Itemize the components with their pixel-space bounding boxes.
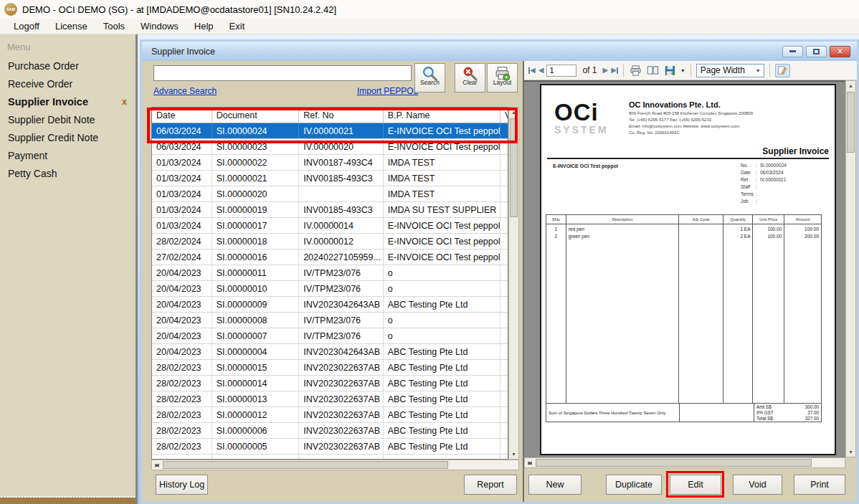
sidebar-item[interactable]: Purchase Order <box>0 57 136 75</box>
search-button[interactable]: Search <box>414 63 445 92</box>
restore-button[interactable] <box>806 46 827 57</box>
table-row[interactable]: 01/03/2024 SI.00000017 IV.00000014 E-INV… <box>152 218 508 234</box>
table-row[interactable]: 06/03/2024 SI.00000023 IV.00000020 E-INV… <box>152 139 508 155</box>
cell-document: SI.00000017 <box>212 218 300 233</box>
scroll-down-icon[interactable]: ▼ <box>509 450 518 459</box>
print-button[interactable]: Print <box>794 475 845 495</box>
next-page-button[interactable]: ▶ <box>602 67 608 74</box>
cell-extra <box>500 281 508 296</box>
sidebar-item[interactable]: Petty Cash <box>0 165 136 183</box>
table-row[interactable]: 01/03/2024 SI.00000019 INV00185-493C3 IM… <box>152 202 508 218</box>
preview-viewport[interactable]: OCi SYSTEM OC Innovations Pte. Ltd. 809 … <box>524 80 845 457</box>
toolbar-separator <box>623 64 624 77</box>
duplicate-button[interactable]: Duplicate <box>606 475 662 495</box>
edit-button[interactable]: Edit <box>670 475 721 495</box>
cell-extra <box>500 439 508 454</box>
sidebar-item[interactable]: Supplier Credit Note <box>0 129 136 147</box>
clear-button[interactable]: Clear <box>455 63 485 92</box>
table-row[interactable]: 28/02/2024 SI.00000018 IV.00000012 E-INV… <box>152 234 508 249</box>
page-setup-icon[interactable] <box>646 64 660 77</box>
preview-vertical-scrollbar[interactable]: ▲ ▼ <box>845 80 856 457</box>
toolbar-separator <box>769 64 770 77</box>
sidebar-item[interactable]: Receive Order <box>0 75 136 93</box>
menu-item[interactable]: Windows <box>133 19 186 33</box>
preview-horizontal-scrollbar[interactable]: ◀ ▶ <box>524 457 845 468</box>
table-row[interactable]: 20/04/2023 SI.00000010 IV/TPM23/076 o <box>152 281 508 297</box>
last-page-button[interactable]: ▶ <box>611 67 618 74</box>
grid-vscroll-thumb[interactable] <box>510 118 518 217</box>
scroll-down-icon[interactable]: ▼ <box>846 447 855 457</box>
table-row[interactable]: 28/02/2023 SI.00000006 INV2023022637AB A… <box>152 423 508 439</box>
table-row[interactable]: 28/02/2023 SI.00000015 INV2023022637AB A… <box>152 360 508 376</box>
layout-button[interactable]: Layout <box>487 63 518 92</box>
import-peppol-link[interactable]: Import PEPPOL <box>357 86 418 96</box>
table-row[interactable]: 28/02/2023 SI.00000013 INV2023022637AB A… <box>152 391 508 407</box>
edit-layout-icon[interactable] <box>775 64 790 77</box>
first-page-button[interactable]: ◀ <box>528 67 536 74</box>
total-value: 327.00 <box>805 416 819 422</box>
table-row[interactable]: 28/02/2023 SI.00000014 INV2023022637AB A… <box>152 376 508 391</box>
column-header-date[interactable]: Date <box>152 108 212 123</box>
new-button[interactable]: New <box>528 475 582 495</box>
scroll-up-icon[interactable]: ▲ <box>509 108 518 117</box>
table-row[interactable]: 20/04/2023 SI.00000011 IV/TPM23/076 o <box>152 265 508 281</box>
export-save-icon[interactable] <box>663 64 678 77</box>
cell-document: SI.00000003 <box>212 455 300 460</box>
inv-col-unit-price: Unit Price <box>753 215 784 224</box>
table-row[interactable]: 28/02/2023 SI.00000005 INV2023022637AB A… <box>152 439 508 455</box>
sidebar-item[interactable]: Supplier Invoice x <box>0 93 136 111</box>
invoice-table-header: SNo Description Job Code Quantity Unit P… <box>546 215 821 224</box>
scroll-right-icon[interactable]: ▶ <box>152 460 162 470</box>
column-header-document[interactable]: Document <box>212 108 300 123</box>
report-button[interactable]: Report <box>464 475 517 495</box>
grid-horizontal-scrollbar[interactable]: ◀ ▶ <box>151 460 519 470</box>
table-row[interactable]: 20/04/2023 SI.00000004 INV2023042643AB A… <box>152 344 508 360</box>
window-title: Supplier Invoice <box>151 47 215 57</box>
table-row[interactable]: 01/03/2024 SI.00000021 INV00185-493C3 IM… <box>152 171 508 186</box>
total-label: 9% GST <box>756 410 774 416</box>
table-row[interactable]: 20/04/2023 SI.00000008 IV/TPM23/076 o <box>152 313 508 328</box>
search-input[interactable] <box>153 65 412 81</box>
close-button[interactable]: × <box>830 46 850 57</box>
export-dropdown-icon[interactable]: ▼ <box>680 68 685 73</box>
table-row[interactable]: 25/10/2021 SI.00000003 IV.00000004 ABC T… <box>152 455 508 460</box>
grid-hscroll-thumb[interactable] <box>163 461 448 469</box>
sidebar-item[interactable]: Supplier Debit Note <box>0 111 136 129</box>
page-number-input[interactable] <box>546 65 576 77</box>
scroll-up-icon[interactable]: ▲ <box>846 81 855 90</box>
void-button[interactable]: Void <box>733 475 782 495</box>
sidebar-item-close-marker[interactable]: x <box>122 97 127 107</box>
zoom-mode-select[interactable]: Page Width ▼ <box>696 64 764 77</box>
cell-bp-name: E-INVOICE OCI Test peppol <box>384 123 500 138</box>
history-log-button[interactable]: History Log <box>156 475 208 495</box>
grid-vertical-scrollbar[interactable]: ▲ ▼ <box>508 107 519 460</box>
scroll-right-icon[interactable]: ▶ <box>525 458 535 467</box>
sidebar-item-label: Payment <box>8 150 47 161</box>
cell-extra <box>500 171 508 186</box>
table-row[interactable]: 01/03/2024 SI.00000020 IMDA TEST <box>152 186 508 202</box>
meta-label: Staff <box>741 184 756 191</box>
table-row[interactable]: 20/04/2023 SI.00000007 IV/TPM23/076 o <box>152 328 508 344</box>
table-row[interactable]: 01/03/2024 SI.00000022 INV00187-493C4 IM… <box>152 155 508 171</box>
column-header-partial[interactable]: V <box>500 108 508 123</box>
table-row[interactable]: 28/02/2023 SI.00000012 INV2023022637AB A… <box>152 407 508 423</box>
table-row[interactable]: 27/02/2024 SI.00000016 20240227105959...… <box>152 249 508 265</box>
menu-item[interactable]: License <box>47 19 95 33</box>
inv-col-job-code: Job Code <box>679 215 723 224</box>
table-row[interactable]: 06/03/2024 SI.00000024 IV.00000021 E-INV… <box>152 123 508 139</box>
menu-item[interactable]: Tools <box>95 19 133 33</box>
sidebar-item[interactable]: Payment <box>0 147 136 165</box>
minimize-button[interactable] <box>782 46 803 57</box>
menu-item[interactable]: Exit <box>222 19 253 33</box>
menu-item[interactable]: Help <box>186 19 222 33</box>
cell-document: SI.00000010 <box>212 281 300 296</box>
column-header-ref-no[interactable]: Ref. No <box>299 108 384 123</box>
advance-search-link[interactable]: Advance Search <box>153 86 217 96</box>
preview-hscroll-thumb[interactable] <box>536 459 812 467</box>
menu-item[interactable]: Logoff <box>6 19 47 33</box>
table-row[interactable]: 20/04/2023 SI.00000009 INV2023042643AB A… <box>152 297 508 313</box>
preview-vscroll-thumb[interactable] <box>847 92 855 153</box>
print-icon[interactable] <box>629 64 643 77</box>
previous-page-button[interactable]: ◀ <box>538 67 544 74</box>
column-header-bp-name[interactable]: B.P. Name <box>384 108 500 123</box>
